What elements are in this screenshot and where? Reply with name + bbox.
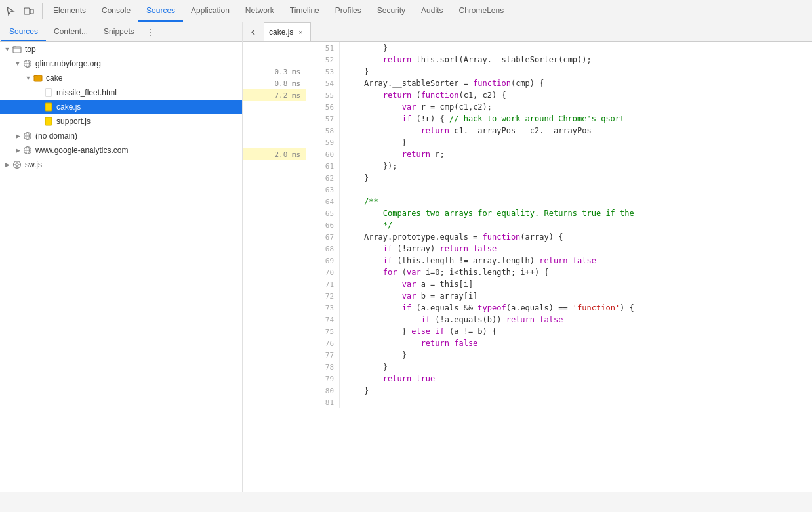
line-timing [243,42,306,54]
tree-item-cake-folder[interactable]: ▼ cake [0,71,242,85]
js-file-icon-support [43,116,54,127]
line-content: if (this.length != array.length) return … [340,255,812,267]
more-tabs-icon[interactable]: ⋮ [142,24,158,40]
domain-icon-google [22,145,33,156]
line-content: return false [340,337,812,349]
table-row: 73 if (a.equals && typeof(a.equals) == '… [243,302,812,314]
arrow-googleanalytics: ▶ [13,146,22,155]
line-content: return r; [340,148,812,160]
line-timing [243,255,306,267]
table-row: 56 var r = cmp(c1,c2); [243,101,812,113]
code-editor[interactable]: 51 }52 return this.sort(Array.__stableSo… [243,42,812,492]
device-icon[interactable] [21,3,37,19]
table-row: 72 var b = array[i] [243,290,812,302]
tree-item-top[interactable]: ▼ top [0,42,242,56]
tree-label-supportjs: support.js [56,117,91,126]
line-content: Array.__stableSorter = function(cmp) { [340,77,812,89]
table-row: 63 [243,184,812,196]
line-content: if (!r) { // hack to work around Chrome'… [340,113,812,125]
tree-label-top: top [25,45,36,54]
line-content: if (a.equals && typeof(a.equals) == 'fun… [340,302,812,314]
tree-item-google-analytics[interactable]: ▶ www.google-analytics.com [0,143,242,158]
tab-profiles[interactable]: Profiles [327,0,369,22]
sidebar-tab-sources[interactable]: Sources [1,22,46,41]
line-content: } [340,349,812,361]
tree-item-nodomain[interactable]: ▶ (no domain) [0,129,242,143]
tree-item-glimr[interactable]: ▼ glimr.rubyforge.org [0,56,242,71]
tab-console[interactable]: Console [94,0,138,22]
line-timing [243,396,306,408]
line-content: } [340,361,812,373]
cursor-icon[interactable] [3,3,18,19]
line-content: for (var i=0; i<this.length; i++) { [340,267,812,278]
line-timing: 0.3 ms [243,66,306,77]
line-timing [243,54,306,66]
tab-chromelens[interactable]: ChromeLens [451,0,512,22]
line-number: 67 [306,231,339,243]
table-row: 51 } [243,42,812,54]
table-row: 58 return c1.__arrayPos - c2.__arrayPos [243,125,812,137]
line-timing [243,290,306,302]
svg-rect-9 [45,117,52,125]
editor-tab-cakejs[interactable]: cake.js × [264,22,311,41]
tree-item-supportjs[interactable]: ▶ support.js [0,114,242,129]
table-row: 76 return false [243,337,812,349]
file-tree: ▼ top ▼ glimr.rubyforge.org ▼ [0,42,242,172]
table-row: 80 } [243,385,812,396]
tree-item-cakejs[interactable]: ▶ cake.js [0,100,242,114]
sidebar-tab-snippets[interactable]: Snippets [96,22,142,41]
tab-audits[interactable]: Audits [413,0,451,22]
line-timing [243,219,306,231]
devtools-tabs: Elements Console Sources Application Net… [45,0,512,22]
arrow-glimr: ▼ [13,59,22,68]
back-icon[interactable] [245,24,261,40]
line-number: 53 [306,66,339,77]
table-row: 7.2 ms55 return (function(c1, c2) { [243,89,812,101]
table-row: 2.0 ms60 return r; [243,148,812,160]
table-row: 52 return this.sort(Array.__stableSorter… [243,54,812,66]
table-row: 68 if (!array) return false [243,243,812,255]
sidebar-tab-content[interactable]: Content... [46,22,96,41]
line-content: return this.sort(Array.__stableSorter(cm… [340,54,812,66]
svg-point-17 [16,163,18,166]
line-number: 54 [306,77,339,89]
table-row: 69 if (this.length != array.length) retu… [243,255,812,267]
line-number: 58 [306,125,339,137]
tab-elements[interactable]: Elements [45,0,94,22]
tree-label-cakejs: cake.js [56,102,81,112]
tab-network[interactable]: Network [237,0,282,22]
line-number: 65 [306,207,339,219]
table-row: 65 Compares two arrays for equality. Ret… [243,207,812,219]
line-content: if (!array) return false [340,243,812,255]
tree-label-googleanalytics: www.google-analytics.com [35,146,128,155]
tab-security[interactable]: Security [369,0,413,22]
tab-timeline[interactable]: Timeline [282,0,327,22]
line-timing [243,267,306,278]
arrow-cake: ▼ [24,74,33,83]
tab-sources[interactable]: Sources [138,0,183,22]
devtools-icons [3,3,43,19]
tab-application[interactable]: Application [183,0,237,22]
line-number: 76 [306,337,339,349]
line-number: 68 [306,243,339,255]
tree-item-missile[interactable]: ▶ missile_fleet.html [0,85,242,100]
line-timing [243,314,306,326]
table-row: 75 } else if (a != b) { [243,326,812,337]
table-row: 81 [243,396,812,408]
tab-close-icon[interactable]: × [296,28,305,37]
tree-item-swjs[interactable]: ▶ sw.js [0,158,242,172]
tree-label-missile: missile_fleet.html [56,88,117,97]
folder-icon [12,44,22,54]
folder-icon-cake [33,73,43,83]
html-file-icon [43,87,54,98]
table-row: 67 Array.prototype.equals = function(arr… [243,231,812,243]
svg-rect-7 [45,89,52,96]
line-number: 57 [306,113,339,125]
editor-tab-filename: cake.js [269,28,293,37]
line-number: 55 [306,89,339,101]
line-content: var r = cmp(c1,c2); [340,101,812,113]
sidebar-tabs: Sources Content... Snippets ⋮ [0,22,242,42]
line-number: 80 [306,385,339,396]
line-timing: 7.2 ms [243,89,306,101]
line-timing [243,385,306,396]
